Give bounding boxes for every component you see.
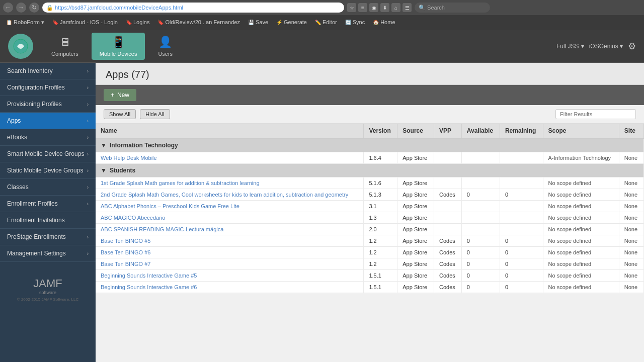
app-link[interactable]: Web Help Desk Mobile: [101, 155, 157, 161]
apps-table: Name Version Source VPP Available Remain…: [96, 124, 644, 293]
app-link[interactable]: Beginning Sounds Interactive Game #5: [101, 273, 197, 279]
full-jss-selector[interactable]: Full JSS ▾: [556, 43, 584, 50]
main-content: Apps (77) + New Show All Hide All Name: [96, 63, 644, 362]
show-all-button[interactable]: Show All: [104, 109, 136, 119]
col-site: Site: [619, 124, 643, 138]
app-container: 🖥 Computers 📱 Mobile Devices 👤 Users Ful…: [0, 30, 644, 362]
table-row: 1st Grade Splash Math games for addition…: [96, 177, 644, 189]
nav-mobile-devices[interactable]: 📱 Mobile Devices: [92, 33, 145, 60]
sidebar-item-ebooks[interactable]: eBooks ›: [0, 129, 96, 146]
app-link[interactable]: Base Ten BINGO #5: [101, 238, 150, 244]
app-link[interactable]: ABC Alphabet Phonics – Preschool Kids Ga…: [101, 203, 239, 209]
menu-icon[interactable]: ☰: [403, 3, 412, 12]
url-bar[interactable]: 🔒 https://bsd87.jamfcloud.com/mobileDevi…: [42, 3, 344, 13]
cell-source: App Store: [397, 270, 434, 282]
collapse-icon[interactable]: ▼: [101, 167, 107, 174]
app-link[interactable]: Base Ten BINGO #6: [101, 249, 150, 255]
reader-icon[interactable]: ≡: [358, 3, 367, 12]
sidebar-item-prestage-enrollments[interactable]: PreStage Enrollments ›: [0, 229, 96, 245]
app-link[interactable]: Beginning Sounds Interactive Game #6: [101, 284, 197, 290]
new-button[interactable]: + New: [104, 89, 136, 101]
cell-site: None: [619, 235, 643, 247]
search-placeholder: Search: [427, 5, 445, 11]
download-icon[interactable]: ⬇: [380, 3, 389, 12]
col-name: Name: [96, 124, 364, 138]
table-container: Name Version Source VPP Available Remain…: [96, 124, 644, 362]
cell-source: App Store: [397, 189, 434, 201]
cell-name: 1st Grade Splash Math games for addition…: [96, 177, 364, 189]
bookmark-generate[interactable]: ⚡Generate: [273, 18, 310, 26]
cell-scope: No scope defined: [543, 224, 619, 235]
nav-users[interactable]: 👤 Users: [150, 33, 181, 60]
cell-vpp: [434, 224, 461, 235]
browser-search[interactable]: 🔍 Search: [415, 3, 490, 13]
app-link[interactable]: Base Ten BINGO #7: [101, 261, 150, 267]
cell-available: 0: [461, 189, 500, 201]
bookmark-home[interactable]: 🏠Home: [370, 18, 398, 26]
sidebar-item-enrollment-profiles[interactable]: Enrollment Profiles ›: [0, 196, 96, 212]
chevron-icon: ›: [87, 201, 89, 207]
sidebar-item-search-inventory[interactable]: Search Inventory ›: [0, 63, 96, 79]
bookmark-save[interactable]: 💾Save: [245, 18, 271, 26]
app-link[interactable]: 2nd Grade Splash Math Games, Cool worksh…: [101, 192, 348, 198]
pocket-icon[interactable]: ◉: [369, 3, 378, 12]
sidebar-item-provisioning-profiles[interactable]: Provisioning Profiles ›: [0, 96, 96, 113]
sidebar-item-apps[interactable]: Apps ›: [0, 113, 96, 129]
bookmark-old-review[interactable]: 🔖Old/Review/20...an Fernandez: [154, 18, 243, 26]
nav-computers[interactable]: 🖥 Computers: [43, 33, 87, 60]
home-icon[interactable]: ⌂: [391, 3, 400, 12]
hide-all-button[interactable]: Hide All: [140, 109, 170, 119]
cell-site: None: [619, 282, 643, 293]
bookmark-logins[interactable]: 🔖Logins: [123, 18, 152, 26]
sidebar-item-configuration-profiles[interactable]: Configuration Profiles ›: [0, 79, 96, 96]
cell-scope: No scope defined: [543, 177, 619, 189]
cell-remaining: 0: [500, 235, 543, 247]
cell-vpp: Codes: [434, 189, 461, 201]
cell-site: None: [619, 247, 643, 258]
table-row: ABC SPANISH READING MAGIC-Lectura mágica…: [96, 224, 644, 235]
forward-button[interactable]: →: [16, 3, 26, 13]
cell-source: App Store: [397, 282, 434, 293]
cell-name: Beginning Sounds Interactive Game #6: [96, 282, 364, 293]
cell-source: App Store: [397, 247, 434, 258]
bookmark-roboform[interactable]: 📋RoboForm ▾: [3, 18, 47, 27]
app-link[interactable]: ABC MÁGICO Abecedario: [101, 215, 165, 221]
filter-input[interactable]: [555, 109, 636, 119]
sidebar-item-smart-mobile-groups[interactable]: Smart Mobile Device Groups ›: [0, 146, 96, 162]
app-link[interactable]: ABC SPANISH READING MAGIC-Lectura mágica: [101, 226, 223, 232]
cell-vpp: Codes: [434, 282, 461, 293]
cell-remaining: [500, 224, 543, 235]
sidebar-item-static-mobile-groups[interactable]: Static Mobile Device Groups ›: [0, 162, 96, 179]
cell-name: Beginning Sounds Interactive Game #5: [96, 270, 364, 282]
cell-available: [461, 224, 500, 235]
chevron-icon: ›: [87, 102, 89, 107]
col-available: Available: [461, 124, 500, 138]
toolbar: + New: [96, 85, 644, 105]
user-info[interactable]: iOSGenius ▾: [589, 43, 623, 50]
cell-name: ABC Alphabet Phonics – Preschool Kids Ga…: [96, 201, 364, 212]
table-row: Base Ten BINGO #5 1.2 App Store Codes 0 …: [96, 235, 644, 247]
reload-button[interactable]: ↻: [29, 3, 39, 13]
back-button[interactable]: ←: [3, 3, 13, 13]
chevron-icon: ›: [87, 135, 89, 140]
star-icon[interactable]: ☆: [347, 3, 356, 12]
cell-version: 1.3: [364, 212, 397, 224]
cell-remaining: [500, 212, 543, 224]
bookmark-sync[interactable]: 🔄Sync: [342, 18, 368, 26]
cell-remaining: [500, 152, 543, 164]
top-nav: 🖥 Computers 📱 Mobile Devices 👤 Users Ful…: [0, 30, 644, 63]
sidebar-item-enrollment-invitations[interactable]: Enrollment Invitations: [0, 212, 96, 229]
bookmark-jamfcloud[interactable]: 🔖Jamfcloud - iOS - Login: [49, 18, 121, 26]
sidebar-item-management-settings[interactable]: Management Settings ›: [0, 245, 96, 262]
cell-version: 1.2: [364, 258, 397, 270]
cell-remaining: [500, 201, 543, 212]
app-link[interactable]: 1st Grade Splash Math games for addition…: [101, 180, 260, 186]
chevron-icon: ›: [87, 251, 89, 256]
bookmark-editor[interactable]: ✏️Editor: [312, 18, 340, 26]
settings-icon[interactable]: ⚙: [628, 41, 636, 52]
cell-site: None: [619, 258, 643, 270]
cell-site: None: [619, 270, 643, 282]
sidebar-item-classes[interactable]: Classes ›: [0, 179, 96, 196]
collapse-icon[interactable]: ▼: [101, 142, 107, 149]
chevron-icon: ›: [87, 68, 89, 74]
